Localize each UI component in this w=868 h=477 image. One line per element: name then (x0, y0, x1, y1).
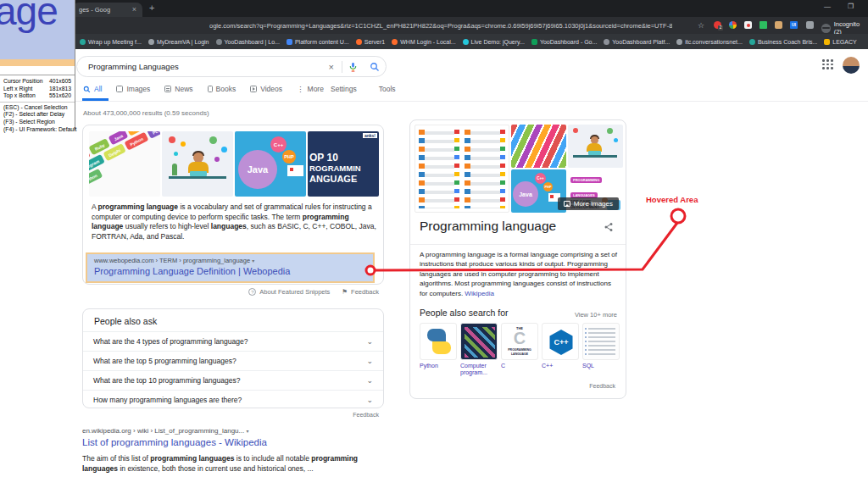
bookmark-item[interactable]: Wrap up Meeting f... (80, 39, 142, 45)
extension-recorder-icon[interactable] (744, 21, 752, 29)
c-logo: THE C PROGRAMMING LANGUAGE (501, 323, 538, 360)
tab-all[interactable]: All (83, 85, 102, 93)
extension-globe-icon[interactable] (729, 21, 737, 29)
kp-feedback-link[interactable]: Feedback (589, 383, 615, 389)
tab-more[interactable]: ⋮More (297, 85, 324, 93)
clear-search-icon[interactable]: × (321, 62, 342, 72)
ranks-badge: anks! (363, 133, 377, 138)
snippet-image-developer[interactable] (162, 131, 233, 197)
hotkey-hint: (F3) - Select Region (3, 119, 71, 126)
bubble (169, 136, 175, 143)
extension-notes-icon[interactable] (775, 21, 782, 29)
pasf-item-sql[interactable]: SQL (582, 323, 620, 376)
pasf-title: People also search for (420, 308, 508, 318)
address-bar[interactable]: ogle.com/search?q=Programming+Languages&… (209, 22, 672, 30)
bookmark-item[interactable]: YooDashboard | Lo... (216, 39, 280, 45)
info-divider (0, 102, 75, 103)
pasf-item-c[interactable]: THE C PROGRAMMING LANGUAGE C (501, 323, 538, 376)
about-featured-snippets-link[interactable]: ?About Featured Snippets (248, 288, 330, 296)
bookmark-item[interactable]: itc.conversationsnet... (676, 39, 743, 45)
chevron-down-icon[interactable]: ⌄ (366, 357, 373, 365)
cpp-bubble: C++ (270, 136, 287, 153)
search-box[interactable]: × (76, 56, 387, 77)
kp-image-keyboard-keys[interactable] (511, 125, 566, 168)
wikipedia-link[interactable]: Wikipedia (465, 290, 494, 297)
share-icon[interactable] (604, 222, 614, 232)
kp-image-ranking-list[interactable] (415, 125, 509, 213)
mic-icon[interactable] (348, 62, 358, 72)
pasf-item-python[interactable]: Python (420, 323, 457, 376)
bookmark-item[interactable]: Platform content U... (287, 39, 349, 45)
top10-line3: ANGUAGE (309, 174, 361, 185)
snippet-feedback-link[interactable]: ⚑Feedback (342, 288, 379, 296)
search-icon[interactable] (370, 62, 380, 72)
paa-question[interactable]: What are the top 5 programming languages… (83, 351, 383, 370)
bookmark-item[interactable]: MyDreamVA | Login (148, 39, 209, 45)
chevron-down-icon[interactable]: ⌄ (366, 396, 373, 404)
top10-line2: ROGRAMMIN (309, 164, 361, 173)
bookmark-item[interactable]: LEGACY (824, 39, 856, 45)
image-icon (564, 201, 570, 207)
bookmark-item[interactable]: Live Demo: jQuery... (463, 39, 525, 45)
window-minimize-button[interactable]: — (824, 3, 831, 10)
extension-evernote-icon[interactable] (760, 21, 767, 29)
user-avatar[interactable] (843, 57, 860, 74)
bookmark-item[interactable]: Server1 (356, 39, 386, 45)
top10-line1: OP 10 (309, 152, 361, 164)
bookmark-item[interactable]: YooDashboard Platf... (604, 39, 670, 45)
tools-link[interactable]: Tools (379, 85, 396, 93)
dropdown-arrow-icon[interactable]: ▾ (252, 258, 254, 263)
extension-ui-icon[interactable]: UI (790, 21, 798, 29)
window-restore-button[interactable]: ❐ (848, 3, 854, 10)
google-apps-grid-icon[interactable] (822, 59, 833, 69)
key-pill: PL-SQL (147, 131, 160, 139)
pasf-item-cpp[interactable]: C++ C++ (542, 323, 579, 376)
flag-icon: ⚑ (342, 288, 348, 296)
bubble (209, 136, 217, 144)
bookmark-star-icon[interactable]: ☆ (698, 21, 704, 30)
paa-question[interactable]: What are the top 10 programming language… (83, 370, 383, 390)
people-also-ask-title: People also ask (83, 309, 383, 331)
bookmark-favicon (531, 39, 537, 45)
more-images-button[interactable]: More images (558, 197, 619, 210)
wiki-result-title-link[interactable]: List of programming languages - Wikipedi… (82, 437, 267, 447)
settings-link[interactable]: Settings (331, 85, 357, 93)
books-icon (208, 86, 213, 92)
chevron-down-icon[interactable]: ⌄ (366, 337, 373, 346)
python-logo (420, 323, 457, 360)
tab-images[interactable]: Images (116, 85, 150, 93)
extensions-puzzle-icon[interactable] (806, 21, 814, 29)
dropdown-arrow-icon[interactable]: ▾ (246, 429, 248, 434)
hovered-result-highlight[interactable]: www.webopedia.com › TERM › programming_l… (86, 252, 375, 283)
new-tab-button[interactable]: + (149, 3, 154, 13)
result-title-link[interactable]: Programming Language Definition | Webope… (94, 266, 366, 276)
wiki-result-snippet: The aim of this list of programming lang… (82, 453, 362, 474)
bookmark-item[interactable]: YooDashboard - Go... (531, 39, 597, 45)
hotkey-hint: (ESC) - Cancel Selection (3, 104, 71, 112)
bookmark-item[interactable]: WHM Login - Local... (392, 39, 455, 45)
paa-question[interactable]: What are the 4 types of programming lang… (83, 331, 383, 351)
pasf-item-computer-program[interactable]: Computer program... (460, 323, 498, 376)
hotkey-hint: (F4) - UI Framework: Default (3, 126, 71, 134)
search-input[interactable] (77, 62, 321, 71)
computer-program-image (460, 323, 498, 360)
kp-image-developer[interactable] (568, 125, 623, 168)
tab-news[interactable]: News (164, 85, 192, 93)
extension-adblock-icon[interactable]: 2 (714, 21, 721, 29)
paa-question[interactable]: How many programming languages are there… (83, 390, 383, 408)
cpp-logo: C++ (542, 323, 579, 360)
tab-books[interactable]: Books (208, 85, 236, 93)
bookmark-item[interactable]: Business Coach Bris... (749, 39, 817, 45)
tab-close-icon[interactable]: × (132, 6, 136, 14)
hotkey-hint: (F2) - Select after Delay (3, 111, 71, 119)
bookmark-favicon (749, 39, 755, 45)
paa-feedback-link[interactable]: Feedback (82, 412, 379, 418)
chevron-down-icon[interactable]: ⌄ (366, 376, 373, 385)
snippet-image-java-bubbles[interactable]: Java C++ PHP (235, 131, 306, 197)
tab-videos[interactable]: Videos (250, 85, 282, 93)
view-more-link[interactable]: View 10+ more (575, 311, 617, 319)
browser-tab[interactable]: ges - Goog × (73, 3, 142, 17)
snippet-image-top10[interactable]: anks! OP 10 ROGRAMMIN ANGUAGE (308, 131, 379, 197)
bookmark-favicon (148, 39, 154, 45)
snippet-image-keyboard-keys[interactable]: C++ Ruby Java Perl C# Pascal Program Del… (89, 131, 160, 197)
